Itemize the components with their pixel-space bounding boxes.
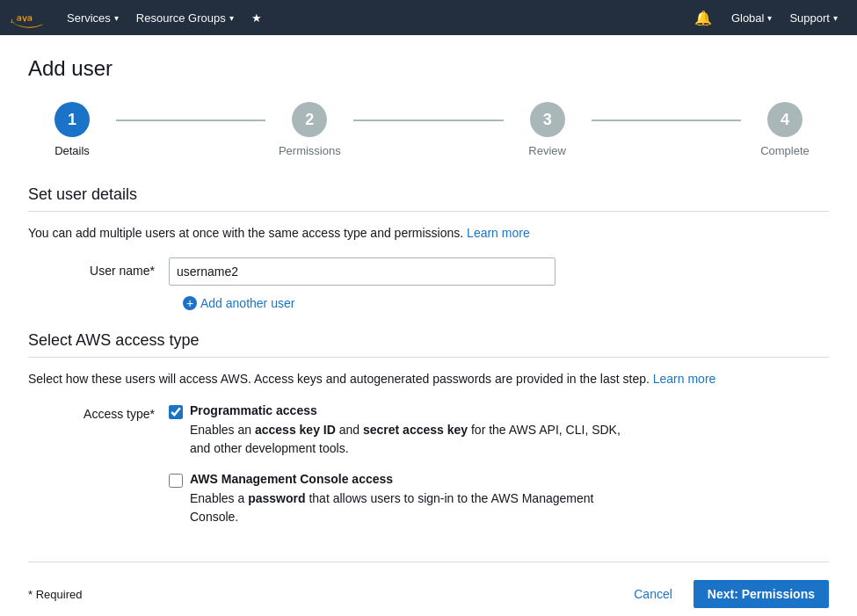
access-type-label: Access type* bbox=[28, 403, 169, 421]
required-note: * Required bbox=[28, 588, 82, 601]
cancel-button[interactable]: Cancel bbox=[623, 582, 683, 606]
add-icon: + bbox=[183, 296, 197, 310]
access-options: Programmatic access Enables an access ke… bbox=[169, 403, 629, 526]
add-user-row: + Add another user bbox=[183, 296, 829, 310]
footer: * Required Cancel Next: Permissions bbox=[28, 562, 829, 608]
access-type-learn-more[interactable]: Learn more bbox=[653, 372, 716, 386]
navbar: Services ▾ Resource Groups ▾ ★ 🔔 Global … bbox=[0, 0, 857, 35]
access-type-heading: Select AWS access type bbox=[28, 331, 829, 350]
step-1-circle: 1 bbox=[54, 102, 90, 137]
programmatic-access-desc: Enables an access key ID and secret acce… bbox=[190, 421, 629, 458]
console-access-title: AWS Management Console access bbox=[190, 472, 629, 486]
programmatic-access-title: Programmatic access bbox=[190, 403, 629, 417]
console-access-text: AWS Management Console access Enables a … bbox=[190, 472, 629, 526]
programmatic-access-option: Programmatic access Enables an access ke… bbox=[169, 403, 629, 458]
aws-logo-container[interactable] bbox=[11, 5, 44, 30]
access-type-section: Select AWS access type Select how these … bbox=[28, 331, 829, 526]
main-content: Add user 1 Details 2 Permissions 3 Revie… bbox=[0, 35, 857, 616]
step-4-label: Complete bbox=[760, 144, 810, 157]
step-4-circle: 4 bbox=[767, 102, 803, 137]
support-menu[interactable]: Support ▾ bbox=[781, 0, 846, 35]
step-3: 3 Review bbox=[504, 102, 592, 157]
aws-logo-icon bbox=[11, 5, 44, 30]
console-access-checkbox[interactable] bbox=[169, 474, 183, 488]
access-type-divider bbox=[28, 357, 829, 358]
username-row: User name* bbox=[28, 257, 829, 286]
programmatic-access-checkbox[interactable] bbox=[169, 405, 183, 419]
step-3-label: Review bbox=[528, 144, 566, 157]
page-title: Add user bbox=[28, 56, 829, 81]
username-input[interactable] bbox=[169, 257, 556, 286]
services-menu[interactable]: Services ▾ bbox=[58, 0, 127, 35]
resource-groups-menu[interactable]: Resource Groups ▾ bbox=[127, 0, 243, 35]
console-access-desc: Enables a password that allows users to … bbox=[190, 489, 629, 526]
stepper: 1 Details 2 Permissions 3 Review 4 Compl… bbox=[28, 102, 829, 157]
set-user-details-learn-more[interactable]: Learn more bbox=[467, 226, 530, 240]
bell-icon[interactable]: 🔔 bbox=[684, 10, 723, 26]
step-1: 1 Details bbox=[28, 102, 116, 157]
footer-actions: Cancel Next: Permissions bbox=[623, 580, 829, 608]
step-3-circle: 3 bbox=[530, 102, 565, 137]
step-connector-1-2 bbox=[116, 120, 265, 121]
programmatic-access-text: Programmatic access Enables an access ke… bbox=[190, 403, 629, 458]
next-permissions-button[interactable]: Next: Permissions bbox=[694, 580, 829, 608]
add-another-user-button[interactable]: + Add another user bbox=[183, 296, 294, 310]
step-1-label: Details bbox=[54, 144, 90, 157]
console-access-option: AWS Management Console access Enables a … bbox=[169, 472, 629, 526]
nav-right: 🔔 Global ▾ Support ▾ bbox=[684, 0, 846, 35]
support-chevron-icon: ▾ bbox=[833, 13, 838, 23]
favorites-icon-btn[interactable]: ★ bbox=[243, 0, 271, 35]
step-connector-2-3 bbox=[353, 120, 503, 121]
resource-groups-chevron-icon: ▾ bbox=[229, 13, 234, 23]
step-2: 2 Permissions bbox=[265, 102, 353, 157]
set-user-details-divider bbox=[28, 211, 829, 212]
access-type-desc: Select how these users will access AWS. … bbox=[28, 372, 829, 386]
step-4: 4 Complete bbox=[741, 102, 829, 157]
services-chevron-icon: ▾ bbox=[114, 13, 119, 23]
star-icon: ★ bbox=[251, 11, 262, 25]
step-connector-3-4 bbox=[592, 120, 741, 121]
set-user-details-heading: Set user details bbox=[28, 185, 829, 204]
step-2-label: Permissions bbox=[279, 144, 341, 157]
step-2-circle: 2 bbox=[292, 102, 327, 137]
set-user-details-desc: You can add multiple users at once with … bbox=[28, 226, 829, 240]
region-menu[interactable]: Global ▾ bbox=[723, 0, 781, 35]
username-label: User name* bbox=[28, 257, 169, 278]
access-type-row: Access type* Programmatic access Enables… bbox=[28, 403, 829, 526]
global-chevron-icon: ▾ bbox=[767, 13, 772, 23]
